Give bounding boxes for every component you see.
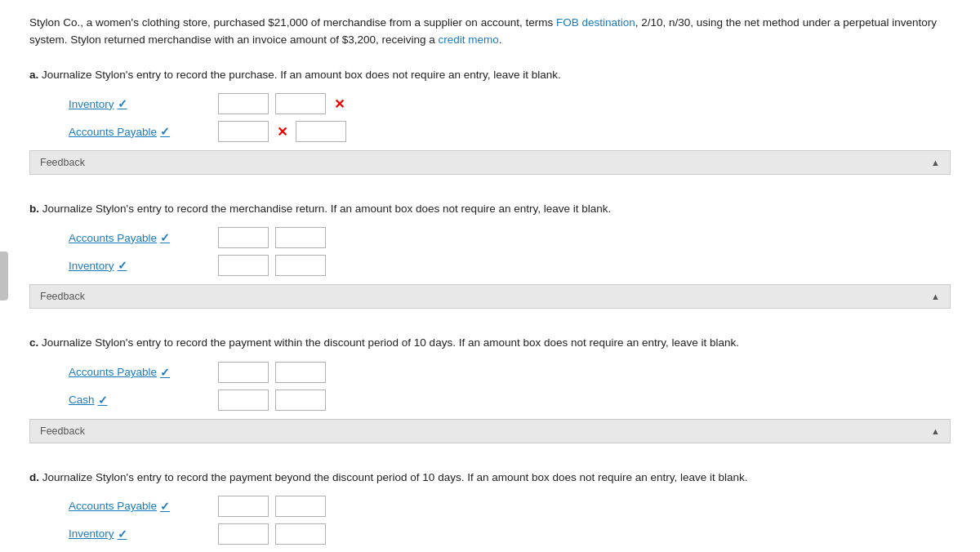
account-name-ap-a: Accounts Payable [69,126,157,138]
checkmark-cash-c: ✓ [98,394,108,407]
account-name-ap-c: Accounts Payable [69,366,157,378]
section-b-letter: b. [29,203,39,215]
section-d: d. Journalize Stylon's entry to record t… [29,470,951,545]
cash-c-credit[interactable] [275,390,326,411]
ap-a-credit[interactable] [296,121,346,142]
journal-row-ap-a: Accounts Payable ✓ ✕ [69,121,951,142]
account-name-inventory-b: Inventory [69,260,114,272]
section-d-instruction: Journalize Stylon's entry to record the … [42,471,748,483]
feedback-label-b: Feedback [40,291,85,302]
checkmark-ap-c: ✓ [160,366,170,379]
checkmark-inventory-a: ✓ [118,97,127,110]
section-c: c. Journalize Stylon's entry to record t… [29,335,951,443]
credit-memo-link[interactable]: credit memo [439,33,499,46]
section-b-instruction: Journalize Stylon's entry to record the … [42,203,611,215]
account-label-ap-c[interactable]: Accounts Payable ✓ [69,366,212,379]
ap-a-debit[interactable] [218,121,269,142]
section-a-letter: a. [29,69,38,81]
checkmark-ap-b: ✓ [160,231,170,244]
section-a: a. Journalize Stylon's entry to record t… [29,67,951,175]
ap-c-debit[interactable] [218,362,269,383]
inventory-d-credit[interactable] [275,523,326,545]
account-label-inventory-a[interactable]: Inventory ✓ [69,97,212,110]
inventory-b-credit[interactable] [275,255,326,276]
account-label-inventory-d[interactable]: Inventory ✓ [69,528,212,541]
section-d-header: d. Journalize Stylon's entry to record t… [29,470,951,486]
section-a-instruction: Journalize Stylon's entry to record the … [42,69,561,81]
account-name-ap-d: Accounts Payable [69,500,157,512]
inventory-a-debit[interactable] [218,93,269,114]
cash-c-debit[interactable] [218,390,269,411]
feedback-arrow-a: ▲ [931,158,940,167]
ap-b-debit[interactable] [218,227,269,248]
section-b: b. Journalize Stylon's entry to record t… [29,201,951,309]
journal-row-ap-c: Accounts Payable ✓ [69,362,951,383]
checkmark-inventory-d: ✓ [118,528,127,541]
feedback-bar-b[interactable]: Feedback ▲ [29,284,951,309]
inventory-b-debit[interactable] [218,255,269,276]
account-label-ap-b[interactable]: Accounts Payable ✓ [69,231,212,244]
inventory-a-credit[interactable] [275,93,326,114]
ap-d-debit[interactable] [218,496,269,517]
intro-paragraph: Stylon Co., a women's clothing store, pu… [29,15,951,49]
intro-text-1: Stylon Co., a women's clothing store, pu… [29,16,556,29]
intro-text-3: . [499,33,502,46]
section-c-letter: c. [29,336,38,349]
section-a-header: a. Journalize Stylon's entry to record t… [29,67,951,83]
feedback-bar-c[interactable]: Feedback ▲ [29,419,951,443]
journal-row-ap-b: Accounts Payable ✓ [69,227,951,248]
feedback-bar-a[interactable]: Feedback ▲ [29,150,951,175]
section-c-instruction: Journalize Stylon's entry to record the … [42,336,739,349]
ap-c-credit[interactable] [275,362,326,383]
x-mark-ap-a: ✕ [277,124,287,140]
page-content: Stylon Co., a women's clothing store, pu… [0,0,980,552]
journal-row-inventory-d: Inventory ✓ [69,523,951,545]
checkmark-ap-a: ✓ [160,125,170,138]
account-label-inventory-b[interactable]: Inventory ✓ [69,259,212,272]
ap-b-credit[interactable] [275,227,326,248]
journal-row-ap-d: Accounts Payable ✓ [69,496,951,517]
checkmark-inventory-b: ✓ [118,259,127,272]
section-b-header: b. Journalize Stylon's entry to record t… [29,201,951,217]
journal-row-inventory-b: Inventory ✓ [69,255,951,276]
section-c-header: c. Journalize Stylon's entry to record t… [29,335,951,351]
feedback-arrow-b: ▲ [931,292,940,301]
account-name-inventory-a: Inventory [69,98,114,110]
checkmark-ap-d: ✓ [160,500,170,513]
account-name-cash-c: Cash [69,394,95,406]
x-mark-inventory-a: ✕ [334,96,345,112]
account-name-inventory-d: Inventory [69,528,114,540]
account-label-cash-c[interactable]: Cash ✓ [69,394,212,407]
section-d-letter: d. [29,471,39,483]
feedback-arrow-c: ▲ [931,426,940,436]
account-label-ap-a[interactable]: Accounts Payable ✓ [69,125,212,138]
scroll-indicator [0,252,8,300]
journal-row-cash-c: Cash ✓ [69,390,951,411]
feedback-label-c: Feedback [40,425,85,437]
account-name-ap-b: Accounts Payable [69,232,157,244]
feedback-label-a: Feedback [40,157,85,168]
account-label-ap-d[interactable]: Accounts Payable ✓ [69,500,212,513]
journal-row-inventory-a: Inventory ✓ ✕ [69,93,951,114]
fob-destination-link[interactable]: FOB destination [556,16,635,29]
inventory-d-debit[interactable] [218,523,269,545]
ap-d-credit[interactable] [275,496,326,517]
